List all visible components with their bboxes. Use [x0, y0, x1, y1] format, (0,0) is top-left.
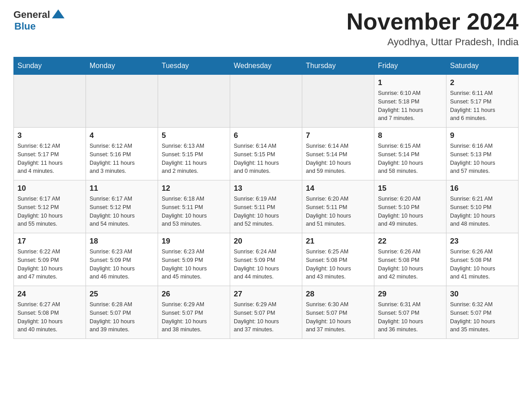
day-number: 28: [306, 290, 370, 299]
day-info: Sunrise: 6:17 AMSunset: 5:12 PMDaylight:…: [90, 195, 154, 228]
calendar-cell: 5Sunrise: 6:13 AMSunset: 5:15 PMDaylight…: [158, 128, 230, 180]
day-info: Sunrise: 6:12 AMSunset: 5:16 PMDaylight:…: [90, 142, 154, 176]
day-info: Sunrise: 6:14 AMSunset: 5:14 PMDaylight:…: [306, 142, 370, 176]
day-number: 10: [17, 184, 82, 193]
calendar-table: SundayMondayTuesdayWednesdayThursdayFrid…: [13, 57, 519, 339]
day-number: 30: [450, 290, 515, 299]
calendar-cell: [86, 75, 158, 128]
month-year-title: November 2024: [347, 9, 519, 34]
day-info: Sunrise: 6:30 AMSunset: 5:07 PMDaylight:…: [306, 300, 370, 334]
day-info: Sunrise: 6:15 AMSunset: 5:14 PMDaylight:…: [378, 142, 442, 176]
calendar-week-row: 24Sunrise: 6:27 AMSunset: 5:08 PMDayligh…: [14, 286, 519, 339]
day-info: Sunrise: 6:12 AMSunset: 5:17 PMDaylight:…: [17, 142, 82, 176]
day-info: Sunrise: 6:26 AMSunset: 5:08 PMDaylight:…: [378, 248, 442, 281]
day-number: 5: [162, 131, 226, 140]
weekday-header-tuesday: Tuesday: [158, 57, 230, 75]
day-info: Sunrise: 6:22 AMSunset: 5:09 PMDaylight:…: [17, 248, 82, 281]
calendar-cell: [230, 75, 302, 128]
day-number: 11: [90, 184, 154, 193]
calendar-cell: 15Sunrise: 6:20 AMSunset: 5:10 PMDayligh…: [374, 180, 446, 233]
calendar-cell: 24Sunrise: 6:27 AMSunset: 5:08 PMDayligh…: [14, 286, 86, 339]
weekday-header-wednesday: Wednesday: [230, 57, 302, 75]
day-info: Sunrise: 6:21 AMSunset: 5:10 PMDaylight:…: [450, 195, 515, 228]
calendar-cell: 22Sunrise: 6:26 AMSunset: 5:08 PMDayligh…: [374, 233, 446, 286]
day-number: 4: [90, 131, 154, 140]
day-info: Sunrise: 6:20 AMSunset: 5:11 PMDaylight:…: [306, 195, 370, 228]
calendar-body: 1Sunrise: 6:10 AMSunset: 5:18 PMDaylight…: [14, 75, 519, 339]
calendar-cell: [14, 75, 86, 128]
calendar-cell: 4Sunrise: 6:12 AMSunset: 5:16 PMDaylight…: [86, 128, 158, 180]
day-number: 12: [162, 184, 226, 193]
day-info: Sunrise: 6:32 AMSunset: 5:07 PMDaylight:…: [450, 300, 515, 334]
day-number: 1: [378, 78, 442, 87]
day-info: Sunrise: 6:18 AMSunset: 5:11 PMDaylight:…: [162, 195, 226, 228]
day-number: 8: [378, 131, 442, 140]
day-info: Sunrise: 6:19 AMSunset: 5:11 PMDaylight:…: [234, 195, 298, 228]
day-info: Sunrise: 6:16 AMSunset: 5:13 PMDaylight:…: [450, 142, 515, 176]
day-number: 21: [306, 237, 370, 246]
page-header: General Blue November 2024 Ayodhya, Utta…: [13, 9, 519, 48]
logo-blue-text: Blue: [14, 21, 36, 32]
calendar-week-row: 17Sunrise: 6:22 AMSunset: 5:09 PMDayligh…: [14, 233, 519, 286]
day-info: Sunrise: 6:31 AMSunset: 5:07 PMDaylight:…: [378, 300, 442, 334]
day-info: Sunrise: 6:24 AMSunset: 5:09 PMDaylight:…: [234, 248, 298, 281]
day-number: 6: [234, 131, 298, 140]
day-number: 3: [17, 131, 82, 140]
calendar-cell: 7Sunrise: 6:14 AMSunset: 5:14 PMDaylight…: [302, 128, 374, 180]
calendar-cell: 26Sunrise: 6:29 AMSunset: 5:07 PMDayligh…: [158, 286, 230, 339]
calendar-cell: 28Sunrise: 6:30 AMSunset: 5:07 PMDayligh…: [302, 286, 374, 339]
day-number: 24: [17, 290, 82, 299]
calendar-cell: 29Sunrise: 6:31 AMSunset: 5:07 PMDayligh…: [374, 286, 446, 339]
calendar-cell: [158, 75, 230, 128]
weekday-header-thursday: Thursday: [302, 57, 374, 75]
location-subtitle: Ayodhya, Uttar Pradesh, India: [347, 36, 519, 48]
calendar-cell: 10Sunrise: 6:17 AMSunset: 5:12 PMDayligh…: [14, 180, 86, 233]
calendar-cell: 11Sunrise: 6:17 AMSunset: 5:12 PMDayligh…: [86, 180, 158, 233]
calendar-cell: 17Sunrise: 6:22 AMSunset: 5:09 PMDayligh…: [14, 233, 86, 286]
weekday-header-sunday: Sunday: [14, 57, 86, 75]
day-number: 7: [306, 131, 370, 140]
weekday-header-monday: Monday: [86, 57, 158, 75]
day-info: Sunrise: 6:25 AMSunset: 5:08 PMDaylight:…: [306, 248, 370, 281]
day-number: 29: [378, 290, 442, 299]
day-info: Sunrise: 6:13 AMSunset: 5:15 PMDaylight:…: [162, 142, 226, 176]
logo-general-text: General: [13, 9, 50, 21]
calendar-week-row: 1Sunrise: 6:10 AMSunset: 5:18 PMDaylight…: [14, 75, 519, 128]
day-info: Sunrise: 6:17 AMSunset: 5:12 PMDaylight:…: [17, 195, 82, 228]
calendar-cell: 14Sunrise: 6:20 AMSunset: 5:11 PMDayligh…: [302, 180, 374, 233]
day-number: 25: [90, 290, 154, 299]
day-info: Sunrise: 6:23 AMSunset: 5:09 PMDaylight:…: [90, 248, 154, 281]
day-number: 14: [306, 184, 370, 193]
calendar-cell: 13Sunrise: 6:19 AMSunset: 5:11 PMDayligh…: [230, 180, 302, 233]
logo: General Blue: [13, 9, 64, 32]
day-info: Sunrise: 6:29 AMSunset: 5:07 PMDaylight:…: [234, 300, 298, 334]
day-number: 23: [450, 237, 515, 246]
calendar-cell: 25Sunrise: 6:28 AMSunset: 5:07 PMDayligh…: [86, 286, 158, 339]
calendar-cell: 20Sunrise: 6:24 AMSunset: 5:09 PMDayligh…: [230, 233, 302, 286]
calendar-cell: 16Sunrise: 6:21 AMSunset: 5:10 PMDayligh…: [446, 180, 519, 233]
calendar-week-row: 3Sunrise: 6:12 AMSunset: 5:17 PMDaylight…: [14, 128, 519, 180]
weekday-header-friday: Friday: [374, 57, 446, 75]
calendar-cell: 27Sunrise: 6:29 AMSunset: 5:07 PMDayligh…: [230, 286, 302, 339]
calendar-cell: 9Sunrise: 6:16 AMSunset: 5:13 PMDaylight…: [446, 128, 519, 180]
day-info: Sunrise: 6:27 AMSunset: 5:08 PMDaylight:…: [17, 300, 82, 334]
day-number: 13: [234, 184, 298, 193]
day-info: Sunrise: 6:14 AMSunset: 5:15 PMDaylight:…: [234, 142, 298, 176]
day-number: 27: [234, 290, 298, 299]
day-info: Sunrise: 6:10 AMSunset: 5:18 PMDaylight:…: [378, 89, 442, 123]
calendar-cell: 12Sunrise: 6:18 AMSunset: 5:11 PMDayligh…: [158, 180, 230, 233]
day-number: 19: [162, 237, 226, 246]
calendar-cell: 2Sunrise: 6:11 AMSunset: 5:17 PMDaylight…: [446, 75, 519, 128]
day-number: 15: [378, 184, 442, 193]
calendar-cell: 19Sunrise: 6:23 AMSunset: 5:09 PMDayligh…: [158, 233, 230, 286]
day-info: Sunrise: 6:29 AMSunset: 5:07 PMDaylight:…: [162, 300, 226, 334]
logo-triangle-icon: [52, 9, 64, 18]
day-number: 17: [17, 237, 82, 246]
calendar-cell: 18Sunrise: 6:23 AMSunset: 5:09 PMDayligh…: [86, 233, 158, 286]
day-number: 26: [162, 290, 226, 299]
day-info: Sunrise: 6:20 AMSunset: 5:10 PMDaylight:…: [378, 195, 442, 228]
day-number: 18: [90, 237, 154, 246]
calendar-cell: 3Sunrise: 6:12 AMSunset: 5:17 PMDaylight…: [14, 128, 86, 180]
calendar-week-row: 10Sunrise: 6:17 AMSunset: 5:12 PMDayligh…: [14, 180, 519, 233]
calendar-cell: 30Sunrise: 6:32 AMSunset: 5:07 PMDayligh…: [446, 286, 519, 339]
